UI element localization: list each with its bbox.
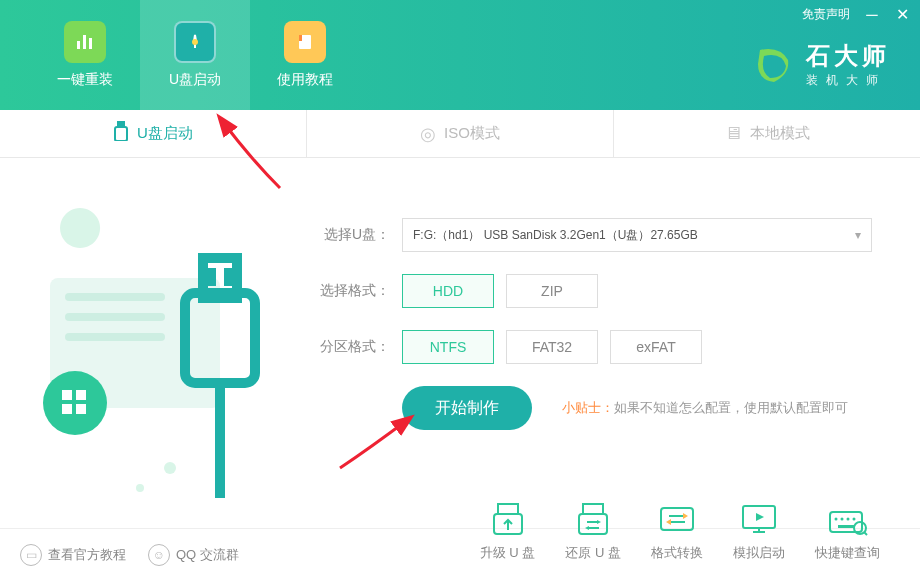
mode-tab-local[interactable]: 🖥 本地模式 xyxy=(614,110,920,157)
svg-rect-23 xyxy=(498,504,518,514)
svg-rect-26 xyxy=(579,514,607,534)
nav-tutorial[interactable]: 使用教程 xyxy=(250,0,360,110)
fs-fat32[interactable]: FAT32 xyxy=(506,330,598,364)
svg-rect-10 xyxy=(65,313,165,321)
action-label: 还原 U 盘 xyxy=(565,544,621,562)
svg-rect-19 xyxy=(208,268,216,286)
mode-label: 本地模式 xyxy=(750,124,810,143)
format-hdd[interactable]: HDD xyxy=(402,274,494,308)
svg-rect-14 xyxy=(76,390,86,400)
svg-point-30 xyxy=(834,518,837,521)
svg-rect-2 xyxy=(89,38,92,49)
usb-select-value: F:G:（hd1） USB SanDisk 3.2Gen1（U盘）27.65GB xyxy=(413,227,698,244)
form: 选择U盘： F:G:（hd1） USB SanDisk 3.2Gen1（U盘）2… xyxy=(310,218,880,430)
main-area: 选择U盘： F:G:（hd1） USB SanDisk 3.2Gen1（U盘）2… xyxy=(0,158,920,528)
svg-point-12 xyxy=(43,371,107,435)
qq-group-link[interactable]: ☺ QQ 交流群 xyxy=(148,544,239,566)
format-label: 选择格式： xyxy=(310,282,390,300)
hotkey-icon xyxy=(828,502,868,538)
book-icon xyxy=(284,21,326,63)
monitor-icon: 🖥 xyxy=(724,123,742,144)
people-icon: ☺ xyxy=(148,544,170,566)
usb-icon xyxy=(113,121,129,146)
start-button[interactable]: 开始制作 xyxy=(402,386,532,430)
svg-rect-16 xyxy=(76,404,86,414)
mode-label: ISO模式 xyxy=(444,124,500,143)
svg-point-3 xyxy=(192,39,198,45)
nav-label: 一键重装 xyxy=(57,71,113,89)
convert-icon xyxy=(657,502,697,538)
svg-rect-25 xyxy=(583,504,603,514)
disclaimer-link[interactable]: 免责声明 xyxy=(802,6,850,23)
usb-shield-icon xyxy=(174,21,216,63)
nav-label: 使用教程 xyxy=(277,71,333,89)
simulate-icon xyxy=(739,502,779,538)
official-tutorial-link[interactable]: ▭ 查看官方教程 xyxy=(20,544,126,566)
svg-rect-13 xyxy=(62,390,72,400)
close-icon[interactable]: ✕ xyxy=(894,7,910,23)
minimize-icon[interactable]: ─ xyxy=(864,7,880,23)
mode-tab-usb[interactable]: U盘启动 xyxy=(0,110,307,157)
book-open-icon: ▭ xyxy=(20,544,42,566)
action-label: 升级 U 盘 xyxy=(480,544,536,562)
svg-rect-34 xyxy=(838,525,854,528)
svg-point-32 xyxy=(846,518,849,521)
usb-select[interactable]: F:G:（hd1） USB SanDisk 3.2Gen1（U盘）27.65GB xyxy=(402,218,872,252)
action-icons: 升级 U 盘 还原 U 盘 格式转换 模拟启动 快捷键查询 xyxy=(480,502,880,562)
brand: 石大师 装机大师 xyxy=(750,40,890,89)
svg-point-22 xyxy=(136,484,144,492)
nav-label: U盘启动 xyxy=(169,71,221,89)
mode-tabs: U盘启动 ◎ ISO模式 🖥 本地模式 xyxy=(0,110,920,158)
action-label: 格式转换 xyxy=(651,544,703,562)
svg-rect-9 xyxy=(65,293,165,301)
link-label: 查看官方教程 xyxy=(48,546,126,564)
nav-reinstall[interactable]: 一键重装 xyxy=(30,0,140,110)
brand-logo-icon xyxy=(750,42,796,88)
fs-exfat[interactable]: exFAT xyxy=(610,330,702,364)
link-label: QQ 交流群 xyxy=(176,546,239,564)
header: 一键重装 U盘启动 使用教程 免责声明 ─ ✕ 石大师 装机大师 xyxy=(0,0,920,110)
tip: 小贴士：如果不知道怎么配置，使用默认配置即可 xyxy=(562,399,848,417)
svg-rect-20 xyxy=(224,268,232,286)
title-bar: 免责声明 ─ ✕ xyxy=(802,6,910,23)
action-hotkey[interactable]: 快捷键查询 xyxy=(815,502,880,562)
svg-point-21 xyxy=(164,462,176,474)
brand-name: 石大师 xyxy=(806,40,890,72)
svg-point-31 xyxy=(840,518,843,521)
mode-label: U盘启动 xyxy=(137,124,193,143)
action-label: 快捷键查询 xyxy=(815,544,880,562)
format-zip[interactable]: ZIP xyxy=(506,274,598,308)
nav-usb-boot[interactable]: U盘启动 xyxy=(140,0,250,110)
brand-sub: 装机大师 xyxy=(806,72,890,89)
restore-icon xyxy=(573,502,613,538)
partition-label: 分区格式： xyxy=(310,338,390,356)
illustration xyxy=(20,188,280,508)
iso-icon: ◎ xyxy=(420,123,436,145)
action-convert[interactable]: 格式转换 xyxy=(651,502,703,562)
fs-ntfs[interactable]: NTFS xyxy=(402,330,494,364)
svg-rect-0 xyxy=(77,41,80,49)
select-usb-label: 选择U盘： xyxy=(310,226,390,244)
mode-tab-iso[interactable]: ◎ ISO模式 xyxy=(307,110,614,157)
action-simulate[interactable]: 模拟启动 xyxy=(733,502,785,562)
svg-rect-1 xyxy=(83,35,86,49)
svg-rect-5 xyxy=(299,35,302,41)
tip-text: 如果不知道怎么配置，使用默认配置即可 xyxy=(614,400,848,415)
nav-tabs: 一键重装 U盘启动 使用教程 xyxy=(0,0,360,110)
svg-point-33 xyxy=(852,518,855,521)
svg-rect-15 xyxy=(62,404,72,414)
bars-icon xyxy=(64,21,106,63)
tip-label: 小贴士： xyxy=(562,400,614,415)
upgrade-icon xyxy=(488,502,528,538)
svg-rect-27 xyxy=(661,508,693,530)
action-label: 模拟启动 xyxy=(733,544,785,562)
action-restore[interactable]: 还原 U 盘 xyxy=(565,502,621,562)
svg-rect-11 xyxy=(65,333,165,341)
svg-rect-7 xyxy=(115,127,127,141)
action-upgrade[interactable]: 升级 U 盘 xyxy=(480,502,536,562)
